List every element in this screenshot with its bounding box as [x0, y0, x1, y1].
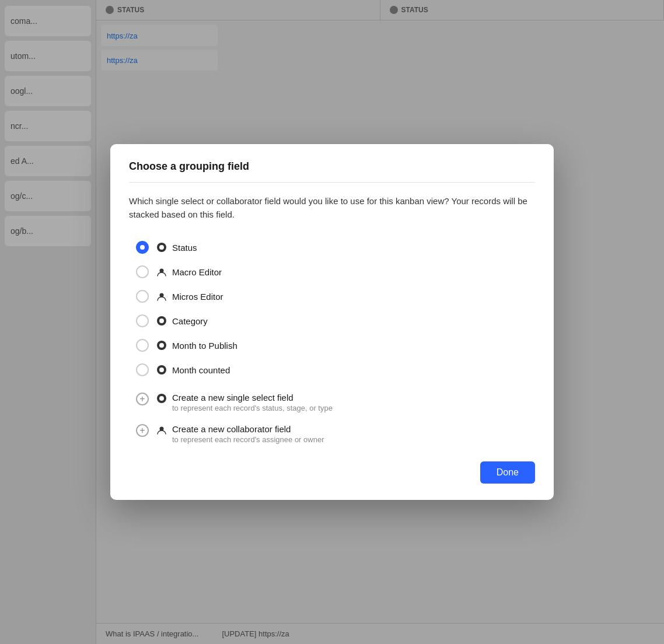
collaborator-icon-micros: [156, 290, 167, 302]
svg-point-11: [159, 396, 164, 401]
svg-point-1: [159, 245, 164, 250]
create-single-select-subtitle: to represent each record's status, stage…: [172, 404, 333, 412]
plus-icon-collaborator: +: [136, 424, 149, 437]
option-label-macro-editor: Macro Editor: [172, 267, 222, 277]
single-select-icon-month-publish: [156, 340, 167, 351]
option-label-category: Category: [172, 316, 208, 326]
option-label-month-to-publish: Month to Publish: [172, 341, 237, 351]
create-collaborator-subtitle: to represent each record's assignee or o…: [172, 435, 324, 444]
create-collaborator-text: Create a new collaborator field to repre…: [172, 424, 324, 444]
option-micros-editor[interactable]: Micros Editor: [129, 284, 535, 309]
single-select-icon-new: [156, 393, 167, 404]
option-month-to-publish[interactable]: Month to Publish: [129, 333, 535, 358]
create-collaborator-title: Create a new collaborator field: [172, 424, 324, 434]
create-collaborator-item[interactable]: + Create a new collaborator field to rep…: [129, 418, 535, 450]
dialog-footer: Done: [129, 461, 535, 484]
option-category[interactable]: Category: [129, 309, 535, 333]
dialog-description: Which single select or collaborator fiel…: [129, 194, 535, 222]
radio-month-to-publish: [136, 339, 149, 352]
create-single-select-text: Create a new single select field to repr…: [172, 393, 333, 412]
svg-point-5: [159, 318, 164, 323]
create-single-select-item[interactable]: + Create a new single select field to re…: [129, 387, 535, 418]
option-status[interactable]: Status: [129, 235, 535, 260]
dialog-title: Choose a grouping field: [129, 160, 535, 173]
options-list: Status Macro Editor: [129, 235, 535, 382]
plus-icon-single-select: +: [136, 393, 149, 405]
create-single-select-title: Create a new single select field: [172, 393, 333, 402]
radio-category: [136, 314, 149, 327]
option-label-micros-editor: Micros Editor: [172, 292, 223, 302]
option-macro-editor[interactable]: Macro Editor: [129, 260, 535, 284]
radio-macro-editor: [136, 265, 149, 278]
svg-point-7: [159, 343, 164, 348]
collaborator-icon-macro: [156, 266, 167, 278]
single-select-icon-category: [156, 315, 167, 327]
modal-overlay: Choose a grouping field Which single sel…: [0, 0, 664, 644]
radio-micros-editor: [136, 290, 149, 303]
option-month-counted[interactable]: Month counted: [129, 358, 535, 382]
collaborator-icon-new: [156, 424, 167, 436]
single-select-icon-status: [156, 242, 167, 253]
single-select-icon-month-counted: [156, 364, 167, 376]
radio-status: [136, 241, 149, 254]
radio-month-counted: [136, 363, 149, 376]
option-label-month-counted: Month counted: [172, 365, 230, 375]
dialog-divider: [129, 182, 535, 183]
radio-status-inner: [140, 245, 145, 250]
option-label-status: Status: [172, 243, 197, 253]
grouping-field-dialog: Choose a grouping field Which single sel…: [110, 144, 554, 501]
done-button[interactable]: Done: [480, 461, 535, 484]
svg-point-9: [159, 368, 164, 372]
